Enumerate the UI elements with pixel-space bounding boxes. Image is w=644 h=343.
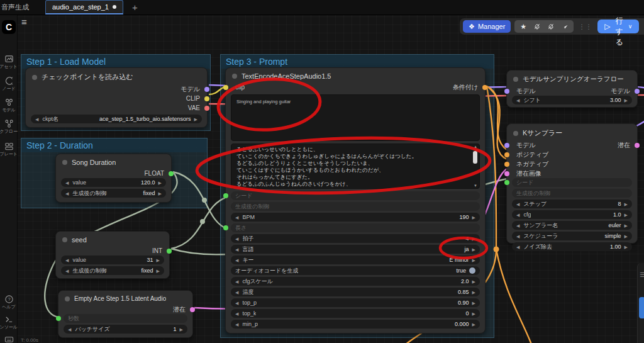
increment-arrow-icon[interactable] (625, 211, 628, 218)
widget-generate-audio-codes[interactable]: オーディオコードを生成 true (231, 266, 480, 275)
decrement-arrow-icon[interactable] (235, 214, 242, 220)
input-port-seed[interactable] (223, 193, 228, 198)
decrement-arrow-icon[interactable] (235, 235, 242, 242)
chevron-down-icon[interactable]: ∨ (628, 23, 633, 30)
collapse-dot-icon[interactable] (513, 77, 518, 82)
widget-sampler-name[interactable]: サンプラー名 euler (512, 221, 632, 230)
widget-scheduler[interactable]: スケジューラ simple (512, 232, 632, 240)
widget-top-p[interactable]: top_p 0.90 (231, 298, 480, 307)
increment-arrow-icon[interactable] (472, 289, 475, 295)
decrement-arrow-icon[interactable] (65, 179, 72, 186)
output-port-vae[interactable] (204, 106, 209, 111)
scrollbar-thumb[interactable] (473, 151, 477, 164)
widget-control-linked[interactable]: 生成後の制御 (231, 202, 480, 211)
widget-bpm[interactable]: BPM 190 (231, 213, 480, 222)
decrement-arrow-icon[interactable] (235, 257, 242, 263)
increment-arrow-icon[interactable] (472, 214, 475, 220)
widget-control-after-generate[interactable]: 生成後の制御 fixed (61, 189, 166, 198)
input-port-positive[interactable] (504, 152, 509, 157)
increment-arrow-icon[interactable] (472, 257, 475, 263)
increment-arrow-icon[interactable] (625, 233, 628, 239)
widget-language[interactable]: 言語 ja (231, 245, 480, 254)
increment-arrow-icon[interactable] (472, 321, 475, 327)
increment-arrow-icon[interactable] (472, 300, 475, 306)
collapse-dot-icon[interactable] (65, 296, 70, 301)
sidebar-item-workflows[interactable]: ークフロー (0, 119, 18, 135)
input-port-latent-image[interactable] (504, 171, 509, 176)
input-port-negative[interactable] (504, 162, 509, 167)
tab-workflow-voice[interactable]: 音声生成 (0, 0, 35, 14)
output-port-conditioning[interactable] (482, 85, 487, 90)
output-port-float[interactable] (169, 171, 174, 176)
increment-arrow-icon[interactable] (472, 278, 475, 284)
collapse-dot-icon[interactable] (62, 160, 67, 165)
increment-arrow-icon[interactable] (625, 222, 628, 228)
decrement-arrow-icon[interactable] (235, 300, 242, 306)
widget-control-after-generate[interactable]: 生成後の制御 fixed (61, 266, 164, 275)
increment-arrow-icon[interactable] (472, 235, 475, 242)
output-port-clip[interactable] (204, 96, 209, 101)
sidebar-item-shortcuts[interactable]: ートカッ (0, 335, 18, 343)
input-port-seed[interactable] (504, 180, 509, 185)
lyrics-textarea[interactable]: るどるふいっせいのしとともに、 ていこくのかくちできょうわしゅぎしゃによるはんら… (231, 143, 480, 189)
reroute-dot[interactable] (200, 219, 205, 224)
increment-arrow-icon[interactable] (180, 326, 183, 332)
sidebar-item-console[interactable]: ンソール (0, 315, 18, 330)
node-seed[interactable]: seed INT value 31 生成後の制御 fixed (55, 231, 170, 279)
input-port-length[interactable] (223, 225, 228, 230)
increment-arrow-icon[interactable] (158, 179, 162, 186)
widget-cfg-scale[interactable]: cfgスケール 2.0 (231, 277, 480, 286)
decrement-arrow-icon[interactable] (235, 289, 242, 295)
star-icon[interactable]: ★ (517, 21, 530, 32)
widget-ckpt-name[interactable]: ckpt名 ace_step_1.5_turbo_aio.safetensors (31, 115, 202, 123)
output-port-model[interactable] (635, 89, 640, 94)
node-canvas[interactable]: Step 1 - Load Model Step 2 - Duration St… (0, 0, 644, 343)
increment-arrow-icon[interactable] (625, 97, 628, 103)
comfyui-logo[interactable]: C (2, 20, 16, 34)
decrement-arrow-icon[interactable] (516, 244, 523, 250)
increment-arrow-icon[interactable] (472, 246, 475, 252)
decrement-arrow-icon[interactable] (65, 190, 72, 196)
collapse-dot-icon[interactable] (513, 131, 518, 136)
tab-workflow-active[interactable]: audio_ace_step_1_5_... (45, 0, 123, 14)
decrement-arrow-icon[interactable] (235, 246, 242, 252)
run-button[interactable]: ▷ 実行する ∨ (597, 20, 639, 33)
increment-arrow-icon[interactable] (157, 267, 160, 274)
widget-shift[interactable]: シフト 3.00 (512, 96, 632, 104)
input-port-seconds[interactable] (56, 316, 61, 321)
widget-length-linked[interactable]: 長さ (231, 223, 480, 232)
decrement-arrow-icon[interactable] (516, 97, 523, 103)
increment-arrow-icon[interactable] (157, 257, 160, 263)
widget-denoise[interactable]: ノイズ除去 1.00 (512, 242, 632, 251)
decrement-arrow-icon[interactable] (516, 201, 523, 207)
decrement-arrow-icon[interactable] (65, 257, 72, 263)
scroll-up-icon[interactable]: ▲ (474, 145, 477, 149)
decrement-arrow-icon[interactable] (235, 278, 242, 284)
widget-min-p[interactable]: min_p 0.000 (231, 320, 480, 329)
increment-arrow-icon[interactable] (472, 310, 475, 317)
decrement-arrow-icon[interactable] (516, 211, 523, 218)
panel-settings-icon[interactable]: ☰ (640, 272, 644, 278)
prompt-textarea[interactable]: Singing and playing guitar (231, 94, 480, 141)
widget-steps[interactable]: ステップ 8 (512, 200, 632, 208)
widget-seed-linked[interactable]: シード (231, 191, 480, 200)
input-port-clip[interactable] (223, 85, 228, 90)
sidebar-item-models[interactable]: モデル (0, 98, 18, 113)
drag-handle-icon[interactable]: ⋮⋮ (579, 23, 592, 30)
collapse-dot-icon[interactable] (62, 237, 67, 242)
decrement-arrow-icon[interactable] (235, 310, 242, 317)
increment-arrow-icon[interactable] (625, 244, 628, 250)
widget-seed-linked[interactable]: シード (512, 178, 632, 187)
toggle-icon[interactable] (469, 267, 475, 274)
output-port-latent[interactable] (635, 143, 640, 148)
manager-button[interactable]: ❖ Manager (463, 20, 511, 33)
decrement-arrow-icon[interactable] (516, 222, 523, 228)
node-song-duration[interactable]: Song Duration FLOAT value 120.0 生成後の制御 f… (55, 154, 172, 203)
widget-key[interactable]: キー E minor (231, 256, 480, 264)
node-ksampler[interactable]: Kサンプラー モデル 潜在 ポジティブ ネガティブ 潜在画像 シード 生成後の制… (506, 123, 638, 244)
widget-time-signature[interactable]: 拍子 4 (231, 234, 480, 243)
sidebar-item-nodes[interactable]: ノード (0, 76, 18, 92)
canvas-menu-icon[interactable]: ≡ (21, 16, 27, 27)
collapse-dot-icon[interactable] (32, 75, 37, 80)
sidebar-item-templates[interactable]: ンプレート (0, 142, 18, 157)
